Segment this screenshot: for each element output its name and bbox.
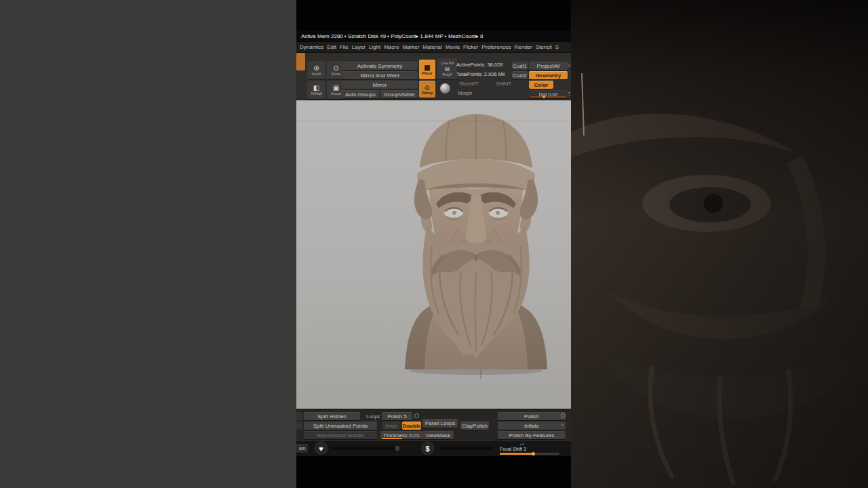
cust2-button[interactable]: Cust2: [512, 71, 528, 79]
scroll-tool[interactable]: ⊕ Scroll: [307, 61, 326, 79]
partial-button[interactable]: [296, 412, 302, 420]
timeline-slider[interactable]: [332, 447, 399, 450]
partial-tool-icon[interactable]: [296, 53, 305, 70]
line-fill-tool[interactable]: Line Fill ▤ PolyF: [437, 58, 457, 79]
top-shelf: ⊕ Scroll ⊙ Zoom ◧ AAHalf ▣ Actual Activa…: [296, 53, 571, 100]
persp-button[interactable]: ◇ Persp: [419, 81, 435, 98]
menu-marker[interactable]: Marker: [402, 44, 419, 50]
aahalf-tool[interactable]: ◧ AAHalf: [307, 81, 326, 99]
mirror-button[interactable]: Mirror: [342, 81, 418, 89]
dist-slider-track[interactable]: [530, 96, 566, 98]
focal-shift-label: Focal Shift 3: [500, 447, 526, 451]
reconstruct-subdiv-button[interactable]: Reconstruct Subdiv: [304, 431, 377, 439]
clay-polish-button[interactable]: ClayPolish: [460, 422, 489, 430]
menu-macro[interactable]: Macro: [384, 44, 399, 50]
background-left-panel: [0, 0, 296, 488]
edge-partial-top: 2: [568, 62, 570, 68]
menu-bar: Dynamics Edit File Layer Light Macro Mar…: [296, 42, 571, 53]
focal-shift-slider[interactable]: [500, 453, 559, 455]
menu-layer[interactable]: Layer: [352, 44, 366, 50]
letterbox-top: [296, 0, 571, 30]
zoom-icon: ⊙: [333, 64, 338, 72]
split-hidden-button[interactable]: Split Hidden: [304, 412, 360, 420]
actual-icon: ▣: [333, 84, 339, 92]
polish-slider[interactable]: Polish 5: [382, 412, 412, 420]
zoomed-face-art: [571, 0, 868, 488]
menu-render[interactable]: Render: [514, 44, 532, 50]
menu-light[interactable]: Light: [369, 44, 380, 50]
del-mt-button[interactable]: DelMT: [496, 81, 511, 87]
edge-partial-bottom: T: [568, 91, 571, 97]
focal-shift-knob[interactable]: [532, 452, 535, 455]
dist-slider[interactable]: Dist 0.02: [529, 90, 568, 98]
menu-movie[interactable]: Movie: [446, 44, 460, 50]
split-unmasked-points-button[interactable]: Split Unmasked Points: [304, 422, 377, 430]
letterbox-bottom: [296, 456, 571, 488]
background-zoomed-sculpt: [571, 0, 868, 488]
sculpt-canvas[interactable]: [296, 100, 571, 409]
bottom-control-row: am ♥ $ ▴▾ Focal Shift 3: [296, 441, 571, 456]
inflate-button[interactable]: Inflate ≡: [498, 422, 566, 430]
polish-button[interactable]: Polish: [498, 412, 566, 420]
axis-marks-icon: ≡: [561, 423, 564, 428]
menu-stencil[interactable]: Stencil: [536, 44, 552, 50]
curve-toggle-icon[interactable]: [561, 413, 566, 418]
menu-dynamics[interactable]: Dynamics: [300, 44, 323, 50]
material-sphere-icon[interactable]: [440, 83, 450, 94]
menu-partial[interactable]: S: [555, 44, 559, 50]
floor-icon: ▦: [424, 64, 430, 71]
loops-label: Loops: [366, 413, 380, 420]
total-points-stat: TotalPoints: 2.926 Mil: [456, 71, 505, 77]
scroll-icon: ⊕: [313, 64, 319, 72]
like-heart-icon[interactable]: ♥: [314, 441, 328, 455]
cust1-button[interactable]: Cust1: [512, 62, 528, 70]
panel-loops-button[interactable]: Panel Loops: [422, 419, 458, 428]
active-points-stat: ActivePoints: 38,028: [456, 62, 502, 68]
mirror-and-weld-button[interactable]: Mirror And Weld: [342, 71, 418, 79]
menu-preferences[interactable]: Preferences: [481, 44, 511, 50]
floor-button[interactable]: ▦ Floor: [419, 60, 435, 79]
geometry-button[interactable]: Geometry: [529, 71, 568, 79]
menu-picker[interactable]: Picker: [463, 44, 478, 50]
dollar-badge-icon[interactable]: $: [420, 441, 435, 455]
polyframe-icon: ▤: [445, 65, 450, 73]
focal-shift-fill: [500, 453, 532, 455]
activate-symmetry-button[interactable]: Activate Symmetry: [342, 62, 418, 70]
zbrush-app-window: Active Mem 2280 ▪ Scratch Disk 49 ▪ Poly…: [296, 0, 571, 488]
sculpt-bust: [296, 100, 571, 409]
status-text: Active Mem 2280 ▪ Scratch Disk 49 ▪ Poly…: [301, 33, 484, 39]
floor-grid-line: [296, 121, 571, 121]
group-visible-button[interactable]: GroupVisible: [380, 90, 418, 98]
partial-button[interactable]: [296, 422, 302, 430]
morph-button[interactable]: Morph: [458, 90, 472, 96]
curve-toggle-icon[interactable]: [414, 413, 419, 418]
thickness-slider[interactable]: Thickness 0.01: [380, 431, 422, 439]
stepper-arrows-icon[interactable]: ▴▾: [520, 442, 525, 446]
bottom-shelf: Split Hidden Split Unmasked Points Recon…: [296, 409, 571, 441]
inner-button[interactable]: Inner: [382, 422, 401, 430]
store-mt-button[interactable]: StoreMT: [459, 81, 479, 87]
secondary-slider[interactable]: [440, 447, 493, 450]
view-mask-button[interactable]: ViewMask: [422, 431, 454, 439]
color-button[interactable]: Color: [529, 81, 553, 89]
menu-file[interactable]: File: [340, 44, 349, 50]
status-bar: Active Mem 2280 ▪ Scratch Disk 49 ▪ Poly…: [296, 30, 571, 42]
double-button[interactable]: Double: [402, 422, 421, 430]
dist-slider-knob[interactable]: [542, 96, 545, 98]
partial-stream-button[interactable]: am: [296, 444, 308, 453]
project-all-button[interactable]: ProjectAll: [529, 62, 568, 70]
aahalf-icon: ◧: [313, 84, 319, 92]
menu-material[interactable]: Material: [422, 44, 441, 50]
menu-edit[interactable]: Edit: [327, 44, 336, 50]
polish-by-features-button[interactable]: Polish By Features: [498, 431, 566, 439]
persp-icon: ◇: [425, 84, 430, 91]
timeline-slider-knob[interactable]: [395, 446, 399, 451]
thickness-slider-fill: [382, 438, 402, 439]
auto-groups-button[interactable]: Auto Groups: [342, 90, 379, 98]
